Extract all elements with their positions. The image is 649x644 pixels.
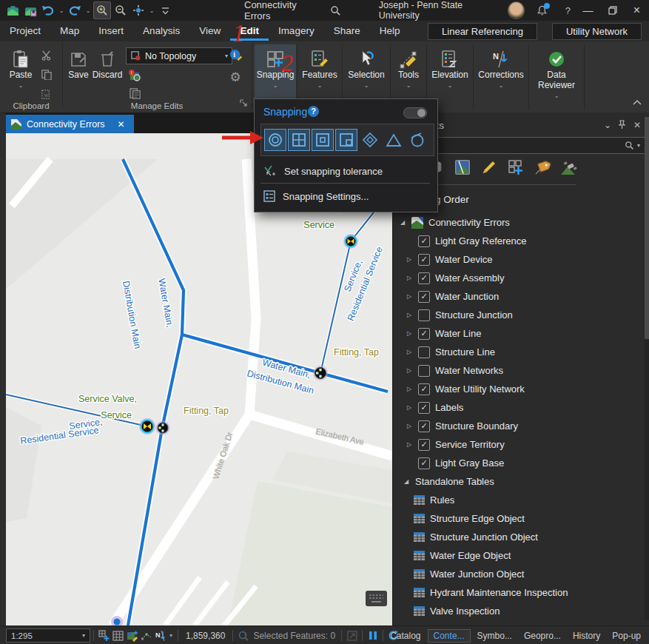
layer-checkbox[interactable]: ✓ xyxy=(418,420,430,432)
pencil-icon[interactable] xyxy=(480,158,498,176)
layer-label[interactable]: Structure Boundary xyxy=(435,420,518,432)
north-align-icon[interactable]: N xyxy=(153,629,167,643)
copy-path-icon[interactable]: W xyxy=(38,86,53,101)
redo-icon[interactable] xyxy=(67,2,83,19)
collapse-icon[interactable]: ◢ xyxy=(403,478,410,485)
ribbon-tab-project[interactable]: Project xyxy=(0,21,50,41)
ribbon-tab-map[interactable]: Map xyxy=(50,21,89,41)
expander-icon[interactable]: ▷ xyxy=(406,330,413,337)
paste-button[interactable]: Paste ⌄ xyxy=(4,44,37,106)
project-icon[interactable] xyxy=(4,2,21,19)
collapse-ribbon-icon[interactable] xyxy=(633,95,642,108)
layer-row[interactable]: ▷✓Light Gray Reference xyxy=(393,232,643,250)
chevron-down-icon[interactable]: ⌄ xyxy=(604,120,611,130)
layer-row[interactable]: ▷✓Service Territory xyxy=(393,435,643,454)
layer-checkbox[interactable]: ✓ xyxy=(418,439,430,451)
vertex-snapping-button[interactable] xyxy=(312,129,334,151)
contextual-tab-linear-referencing[interactable]: Linear Referencing xyxy=(428,23,537,40)
map-scale-combobox[interactable]: 1:295 ▾ xyxy=(6,628,90,643)
layer-label[interactable]: Service Territory xyxy=(435,439,505,450)
standalone-tables-row[interactable]: ◢Standalone Tables xyxy=(393,472,643,491)
chevron-down-icon[interactable]: ⌄ xyxy=(84,7,92,14)
layer-row[interactable]: ▷✓Structure Boundary xyxy=(393,417,643,435)
search-icon[interactable] xyxy=(625,141,634,150)
search-icon[interactable] xyxy=(327,2,343,19)
table-row[interactable]: Valve Inspection xyxy=(393,602,643,620)
error-inspector-icon[interactable]: ! xyxy=(127,68,142,83)
chevron-down-icon[interactable]: ⌄ xyxy=(148,7,155,14)
layer-checkbox[interactable]: ✓ xyxy=(418,291,430,303)
expander-icon[interactable]: ▷ xyxy=(406,256,413,263)
map-view-tab[interactable]: Connectivity Errors ✕ xyxy=(6,115,134,133)
zoom-selection-icon[interactable] xyxy=(236,629,250,643)
chevron-down-icon[interactable]: ▾ xyxy=(637,142,640,149)
table-row[interactable]: Hydrant Maintenance Inspection xyxy=(393,583,643,602)
ribbon-tab-share[interactable]: Share xyxy=(324,21,370,41)
undo-icon[interactable] xyxy=(40,2,56,19)
help-icon[interactable]: ? xyxy=(308,106,319,117)
layer-row[interactable]: ▷Structure Line xyxy=(393,343,643,361)
ribbon-tab-insert[interactable]: Insert xyxy=(89,21,133,41)
pause-drawing-icon[interactable] xyxy=(366,629,380,643)
table-label[interactable]: Water Edge Object xyxy=(430,550,511,561)
onscreen-keyboard-icon[interactable] xyxy=(366,591,387,606)
data-reviewer-button[interactable]: Data Reviewer⌄ xyxy=(530,44,583,108)
contextual-tab-utility-network[interactable]: Utility Network xyxy=(552,23,642,40)
snapping-toggle[interactable] xyxy=(403,107,427,118)
expander-icon[interactable]: ▷ xyxy=(406,423,413,429)
table-row[interactable]: Structure Junction Object xyxy=(393,528,643,546)
edge-snapping-button[interactable] xyxy=(335,129,357,151)
manage-edits-settings-gear-icon[interactable]: ⚙ xyxy=(228,70,243,84)
close-pane-icon[interactable]: ✕ xyxy=(633,120,641,130)
layer-checkbox[interactable]: ✓ xyxy=(418,328,430,340)
expander-icon[interactable]: ▷ xyxy=(406,441,413,448)
pin-icon[interactable] xyxy=(618,120,626,132)
layer-checkbox[interactable]: ✓ xyxy=(418,254,430,266)
layer-row[interactable]: ▷Water Networks xyxy=(393,361,643,380)
service-valve-marker[interactable] xyxy=(343,234,358,249)
expander-icon[interactable]: ▷ xyxy=(406,275,413,281)
save-edits-button[interactable]: Save xyxy=(65,44,92,106)
discard-edits-button[interactable]: Discard xyxy=(92,44,123,106)
table-label[interactable]: Water Junction Object xyxy=(430,568,524,580)
ribbon-tab-help[interactable]: Help xyxy=(370,21,410,41)
set-snapping-tolerance-item[interactable]: Set snapping tolerance xyxy=(255,161,445,181)
layer-row[interactable]: ▷✓Water Utility Network xyxy=(393,380,643,398)
table-label[interactable]: Structure Junction Object xyxy=(430,531,538,543)
table-label[interactable]: Hydrant Maintenance Inspection xyxy=(430,587,568,598)
expander-icon[interactable]: ▷ xyxy=(406,404,413,411)
layer-label[interactable]: Water Line xyxy=(435,328,481,339)
pane-tab-geopro[interactable]: Geopro... xyxy=(519,630,566,642)
attributes-icon[interactable] xyxy=(127,86,142,101)
pane-tab-conte[interactable]: Conte... xyxy=(428,629,471,643)
scrollbar[interactable] xyxy=(645,117,649,620)
close-tab-icon[interactable]: ✕ xyxy=(118,119,125,130)
layer-label[interactable]: Water Utility Network xyxy=(435,383,525,395)
copy-icon[interactable] xyxy=(38,67,53,81)
layer-label[interactable]: Water Junction xyxy=(435,291,499,302)
layer-label[interactable]: Water Device xyxy=(435,254,493,265)
help-icon[interactable]: ? xyxy=(560,2,576,19)
layer-row[interactable]: ▷Structure Junction xyxy=(393,306,643,324)
pane-tab-symbo[interactable]: Symbo... xyxy=(472,630,517,642)
layer-row[interactable]: ▷✓Light Gray Base xyxy=(393,454,643,472)
layer-row[interactable]: ▷✓Water Assembly xyxy=(393,269,643,287)
close-button[interactable]: × xyxy=(625,1,649,20)
layer-checkbox[interactable]: ✓ xyxy=(418,272,430,284)
zoom-out-icon[interactable] xyxy=(112,2,129,19)
layer-row[interactable]: ▷✓Water Device xyxy=(393,250,643,269)
layer-row[interactable]: ▷✓Water Junction xyxy=(393,287,643,306)
corrections-button[interactable]: NCorrections⌄ xyxy=(474,44,528,108)
collapse-icon[interactable]: ◢ xyxy=(399,219,406,226)
pane-tab-pop-up[interactable]: Pop-up xyxy=(607,630,646,642)
edit-status-icon[interactable]: i xyxy=(228,47,243,62)
expander-icon[interactable]: ▷ xyxy=(406,386,413,392)
signed-in-user[interactable]: Joseph - Penn State University xyxy=(379,0,502,21)
customize-icon[interactable] xyxy=(157,2,173,19)
expander-icon[interactable]: ▷ xyxy=(406,293,413,300)
ribbon-tab-analysis[interactable]: Analysis xyxy=(133,21,189,41)
ribbon-tab-imagery[interactable]: Imagery xyxy=(269,21,324,41)
table-row[interactable]: Rules xyxy=(393,491,643,509)
chevron-down-icon[interactable]: ▾ xyxy=(169,632,172,639)
layer-checkbox[interactable] xyxy=(418,346,430,358)
